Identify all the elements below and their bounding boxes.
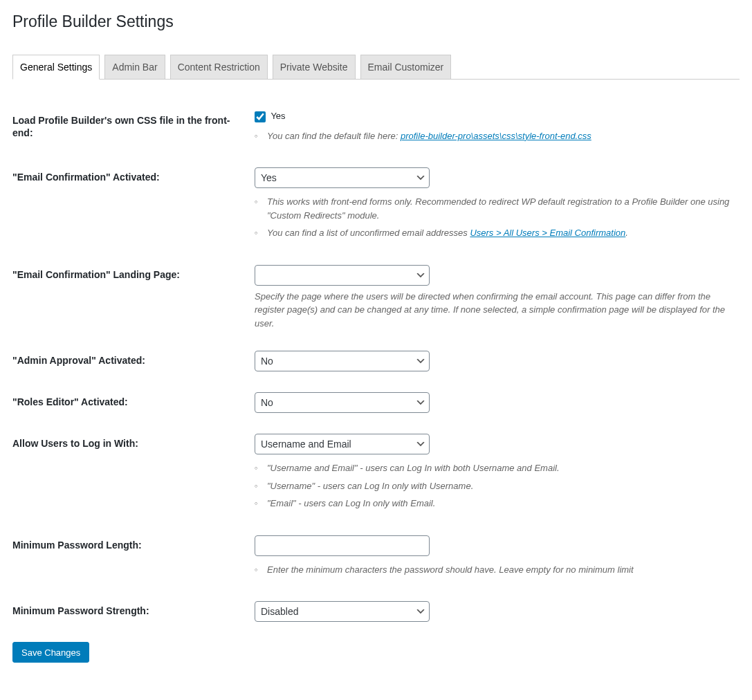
landing-help: Specify the page where the users will be… — [255, 290, 733, 331]
page-title: Profile Builder Settings — [12, 6, 740, 35]
load-css-checkbox[interactable] — [255, 111, 266, 122]
login-with-label: Allow Users to Log in With: — [12, 423, 255, 525]
load-css-label: Load Profile Builder's own CSS file in t… — [12, 100, 255, 157]
settings-form: Load Profile Builder's own CSS file in t… — [12, 100, 740, 632]
tab-email-customizer[interactable]: Email Customizer — [360, 55, 452, 79]
roles-editor-label: "Roles Editor" Activated: — [12, 382, 255, 423]
save-button[interactable]: Save Changes — [12, 642, 89, 663]
css-file-link[interactable]: profile-builder-pro\assets\css\style-fro… — [401, 131, 591, 141]
min-password-strength-select[interactable]: Disabled — [255, 601, 430, 622]
unconfirmed-link[interactable]: Users > All Users > Email Confirmation — [470, 228, 625, 238]
login-with-help2: "Username" - users can Log In only with … — [255, 479, 733, 493]
min-password-length-label: Minimum Password Length: — [12, 525, 255, 591]
min-password-length-input[interactable] — [255, 535, 430, 556]
email-confirmation-help1: This works with front-end forms only. Re… — [255, 195, 733, 222]
load-css-help: You can find the default file here: prof… — [255, 129, 733, 143]
tab-private-website[interactable]: Private Website — [273, 55, 356, 79]
min-password-length-help: Enter the minimum characters the passwor… — [255, 563, 733, 577]
email-confirmation-label: "Email Confirmation" Activated: — [12, 157, 255, 255]
load-css-checkbox-text: Yes — [270, 111, 285, 121]
login-with-help1: "Username and Email" - users can Log In … — [255, 461, 733, 475]
admin-approval-select[interactable]: No — [255, 351, 430, 371]
tab-admin-bar[interactable]: Admin Bar — [104, 55, 165, 79]
tab-general-settings[interactable]: General Settings — [12, 55, 100, 80]
email-confirmation-select[interactable]: Yes — [255, 167, 430, 188]
login-with-select[interactable]: Username and Email — [255, 434, 430, 454]
min-password-strength-label: Minimum Password Strength: — [12, 591, 255, 632]
login-with-help3: "Email" - users can Log In only with Ema… — [255, 497, 733, 510]
admin-approval-label: "Admin Approval" Activated: — [12, 340, 255, 382]
roles-editor-select[interactable]: No — [255, 392, 430, 413]
email-confirmation-help2: You can find a list of unconfirmed email… — [255, 226, 733, 240]
email-confirmation-landing-label: "Email Confirmation" Landing Page: — [12, 255, 255, 341]
load-css-checkbox-label[interactable]: Yes — [255, 111, 286, 121]
email-confirmation-landing-select[interactable] — [255, 265, 430, 286]
tab-bar: General Settings Admin Bar Content Restr… — [12, 48, 740, 80]
tab-content-restriction[interactable]: Content Restriction — [170, 55, 268, 79]
